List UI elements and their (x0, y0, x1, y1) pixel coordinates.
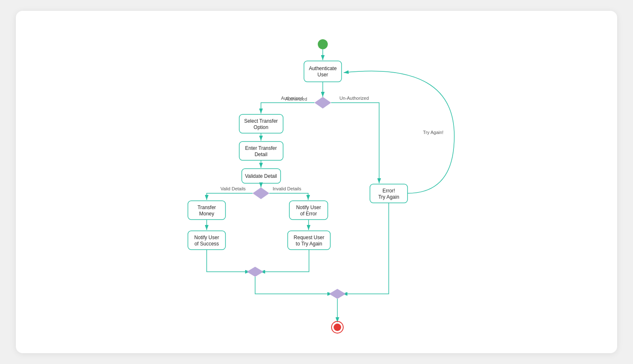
node-transfer-text1: Transfer (197, 205, 216, 210)
edge-authorized (261, 103, 314, 114)
node-error-text2: of Error (300, 211, 317, 217)
flow-diagram: Authenticate User Authorized Authorized … (16, 11, 617, 353)
end-node-inner (334, 324, 341, 331)
node-authenticate-text: Authenticate (309, 66, 337, 71)
decision-auth (314, 97, 331, 109)
node-error-box-text1: Error! (382, 188, 395, 194)
edge-retry-merge1 (260, 250, 309, 272)
merge1 (247, 267, 263, 277)
node-error-box-text2: Try Again (378, 194, 399, 200)
edge-merge1-merge2 (255, 277, 332, 294)
node-retry-text1: Request User (294, 235, 324, 240)
node-validate-text: Validate Detail (245, 173, 277, 179)
node-success-text1: Notify User (194, 235, 219, 240)
unauthorized-label: Un-Authorized (339, 96, 369, 101)
node-authenticate-text2: User (317, 72, 328, 78)
tryagain-label: Try Again! (423, 130, 443, 135)
edge-error-merge2 (342, 203, 389, 294)
start-node (318, 39, 328, 49)
node-enter-text1: Enter Transfer (245, 145, 277, 151)
node-select-text2: Option (253, 124, 268, 130)
invalid-label: Invalid Details (273, 186, 301, 191)
diagram-canvas: Authenticate User Authorized Authorized … (16, 11, 617, 353)
authorized-label: Authorized (281, 96, 303, 101)
node-enter-text2: Detail (255, 152, 268, 157)
edge-valid-transfer (207, 193, 253, 200)
node-error-text1: Notify User (296, 205, 321, 210)
node-select-text1: Select Transfer (244, 118, 278, 124)
decision-valid (253, 187, 269, 199)
node-authenticate (304, 61, 342, 82)
node-success-text2: of Success (195, 241, 219, 247)
valid-label: Valid Details (220, 186, 246, 191)
node-transfer-text2: Money (199, 211, 214, 217)
edge-invalid-notify (269, 193, 308, 200)
merge2 (329, 289, 346, 299)
edge-unauthorized (331, 103, 379, 183)
edge-success-merge1 (207, 250, 250, 272)
node-retry-text2: to Try Again (296, 241, 322, 247)
